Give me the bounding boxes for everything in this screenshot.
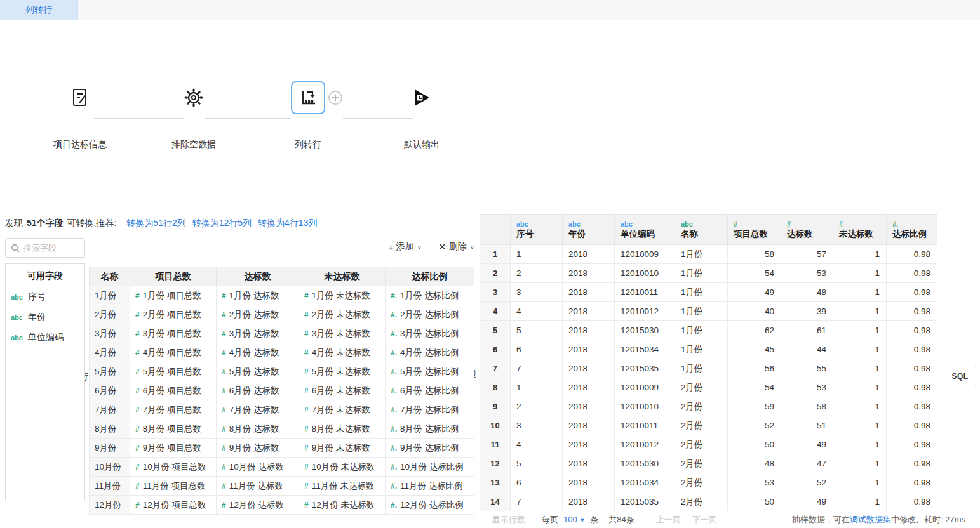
flow-node-clean[interactable] <box>182 86 205 109</box>
data-cell: 0.98 <box>887 416 937 435</box>
month-table-header: 名称项目总数达标数未达标数达标比例 <box>90 267 474 286</box>
number-type-icon: # <box>304 367 309 376</box>
month-row[interactable]: 4月份#4月份 项目总数#4月份 达标数#4月份 未达标数#.4月份 达标比例 <box>90 343 474 362</box>
month-field-cell: #.2月份 达标比例 <box>386 305 474 324</box>
available-field-item[interactable]: abc序号 <box>6 287 84 307</box>
data-cell: 49 <box>728 283 781 302</box>
month-row[interactable]: 9月份#9月份 项目总数#9月份 达标数#9月份 未达标数#.9月份 达标比例 <box>90 439 474 458</box>
panel-header: 列转行 （列转行） 过滤 新增字段 选择字段 <box>0 180 980 211</box>
number-type-icon: #. <box>391 348 397 357</box>
data-column-header[interactable]: abc年份 <box>563 214 615 245</box>
data-column-header[interactable]: abc单位编码 <box>615 214 675 245</box>
month-row[interactable]: 3月份#3月份 项目总数#3月份 达标数#3月份 未达标数#.3月份 达标比例 <box>90 324 474 343</box>
data-cell: 7 <box>511 492 563 512</box>
convert-suggestion-link[interactable]: 转换为4行13列 <box>258 218 317 228</box>
month-row[interactable]: 5月份#5月份 项目总数#5月份 达标数#5月份 未达标数#.5月份 达标比例 <box>90 362 474 381</box>
data-cell: 12015035 <box>615 492 675 512</box>
per-page-select[interactable]: 100 ▼ <box>563 515 585 524</box>
sample-data-note: 抽样数据，可在调试数据集中修改。耗时: 27ms <box>792 514 965 525</box>
number-type-icon: #. <box>391 463 397 472</box>
month-field-cell: #.12月份 达标比例 <box>386 496 474 515</box>
month-column-header: 达标比例 <box>386 267 474 286</box>
chevron-down-icon: ∨ <box>417 244 422 250</box>
flow-node-label: 默认输出 <box>404 139 440 150</box>
month-field-cell: #2月份 项目总数 <box>130 305 217 324</box>
convert-suggestion-link[interactable]: 转换为12行5列 <box>192 218 252 228</box>
data-column-header[interactable]: #项目总数 <box>728 214 781 245</box>
prev-page-button[interactable]: 上一页 <box>656 514 681 525</box>
data-cell: 12010009 <box>615 378 675 397</box>
month-row[interactable]: 1月份#1月份 项目总数#1月份 达标数#1月份 未达标数#.1月份 达标比例 <box>90 286 474 305</box>
field-search[interactable] <box>5 238 85 258</box>
month-row[interactable]: 12月份#12月份 项目总数#12月份 达标数#12月份 未达标数#.12月份 … <box>90 496 474 515</box>
month-field-cell: #2月份 达标数 <box>217 305 299 324</box>
data-cell: 1 <box>833 359 887 378</box>
data-cell: 12010012 <box>615 302 675 321</box>
data-cell: 1 <box>833 340 887 359</box>
month-name-cell: 9月份 <box>90 439 130 458</box>
row-number-cell: 1 <box>480 245 511 264</box>
available-field-item[interactable]: abc年份 <box>6 307 84 327</box>
data-column-header[interactable]: #达标数 <box>781 214 833 245</box>
number-type-icon: # <box>222 501 226 510</box>
tab-pivot[interactable]: 列转行 <box>0 0 78 20</box>
month-field-cell: #.9月份 达标比例 <box>386 439 474 458</box>
data-row: 222018120100101月份545310.98 <box>480 264 937 283</box>
next-page-button[interactable]: 下一页 <box>692 514 717 525</box>
month-field-cell: #7月份 达标数 <box>217 400 299 419</box>
pivot-icon <box>298 88 318 108</box>
month-row[interactable]: 7月份#7月份 项目总数#7月份 达标数#7月份 未达标数#.7月份 达标比例 <box>90 400 474 419</box>
month-name-cell: 10月份 <box>90 458 130 477</box>
month-row[interactable]: 6月份#6月份 项目总数#6月份 达标数#6月份 未达标数#.6月份 达标比例 <box>90 381 474 400</box>
data-column-header[interactable]: #未达标数 <box>833 214 887 245</box>
month-field-cell: #7月份 项目总数 <box>130 400 217 419</box>
flow-node-output[interactable] <box>412 87 432 109</box>
data-cell: 0.98 <box>887 321 937 340</box>
flow-node-pivot-selected[interactable] <box>291 81 325 114</box>
month-row[interactable]: 2月份#2月份 项目总数#2月份 达标数#2月份 未达标数#.2月份 达标比例 <box>90 305 474 324</box>
number-type-icon: # <box>135 482 140 491</box>
data-column-header[interactable]: #.达标比例 <box>887 214 937 245</box>
number-type-icon: # <box>135 310 140 319</box>
flow-node-label: 项目达标信息 <box>53 139 107 150</box>
number-type-icon: #. <box>391 425 397 433</box>
abc-type-icon: abc <box>516 220 562 228</box>
available-field-item[interactable]: abc单位编码 <box>6 327 84 348</box>
month-field-cell: #1月份 项目总数 <box>130 286 217 305</box>
add-row-button[interactable]: + 添加 ∨ <box>388 241 422 253</box>
number-type-icon: # <box>304 291 309 300</box>
flow-canvas: 项目达标信息 排除空数据 <box>0 21 980 180</box>
month-row[interactable]: 11月份#11月份 项目总数#11月份 达标数#11月份 未达标数#.11月份 … <box>90 477 474 496</box>
month-field-cell: #10月份 未达标数 <box>299 458 386 477</box>
delete-row-button[interactable]: ✕ 删除 ∨ <box>438 241 474 253</box>
month-column-header: 达标数 <box>217 267 299 286</box>
convert-suggestion-link[interactable]: 转换为51行2列 <box>126 218 185 228</box>
available-fields-panel: 可用字段 abc序号abc年份abc单位编码 <box>5 263 85 501</box>
search-input[interactable] <box>23 243 77 253</box>
add-node-button[interactable] <box>328 90 343 105</box>
number-type-icon: # <box>222 310 226 319</box>
month-row[interactable]: 10月份#10月份 项目总数#10月份 达标数#10月份 未达标数#.10月份 … <box>90 458 474 477</box>
month-field-cell: #.6月份 达标比例 <box>386 381 474 400</box>
plus-icon: + <box>388 242 394 253</box>
month-field-cell: #1月份 未达标数 <box>299 286 386 305</box>
data-column-header[interactable]: abc名称 <box>675 214 728 245</box>
data-cell: 2018 <box>563 302 615 321</box>
row-number-cell: 9 <box>480 397 511 416</box>
data-cell: 2 <box>511 264 563 283</box>
month-field-cell: #.11月份 达标比例 <box>386 477 474 496</box>
data-row: 812018120100092月份545310.98 <box>480 378 937 397</box>
data-cell: 0.98 <box>887 492 937 512</box>
data-row: 1472018120150352月份504910.98 <box>480 492 937 512</box>
number-type-icon: # <box>135 463 140 472</box>
sql-view-button[interactable]: SQL <box>944 366 976 386</box>
month-row[interactable]: 8月份#8月份 项目总数#8月份 达标数#8月份 未达标数#.8月份 达标比例 <box>90 419 474 439</box>
number-type-icon: #. <box>391 367 397 376</box>
number-type-icon: #. <box>391 386 397 395</box>
flow-node-source[interactable] <box>69 86 91 109</box>
debug-dataset-link[interactable]: 调试数据集 <box>850 515 891 524</box>
data-column-header[interactable]: abc序号 <box>511 214 563 245</box>
data-cell: 2月份 <box>675 492 728 512</box>
flow-node-label: 列转行 <box>295 139 321 150</box>
data-cell: 1月份 <box>675 245 728 264</box>
